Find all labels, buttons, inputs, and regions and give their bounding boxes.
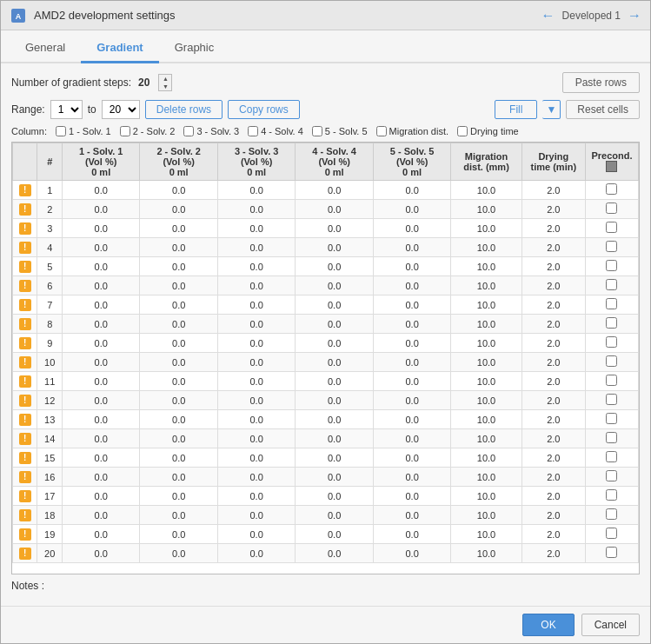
range-from-select[interactable]: 1 xyxy=(50,100,83,119)
tab-gradient[interactable]: Gradient xyxy=(81,34,158,63)
precond-checkbox-11[interactable] xyxy=(606,394,617,405)
cell-s2-10[interactable]: 0.0 xyxy=(140,372,217,391)
cell-dry-17[interactable]: 2.0 xyxy=(521,506,585,525)
col-checkbox-solv1[interactable] xyxy=(56,126,66,136)
cell-dry-2[interactable]: 2.0 xyxy=(521,219,585,238)
cell-s3-12[interactable]: 0.0 xyxy=(217,410,295,429)
cell-s3-7[interactable]: 0.0 xyxy=(217,315,295,334)
cell-dry-4[interactable]: 2.0 xyxy=(521,257,585,276)
cell-mig-3[interactable]: 10.0 xyxy=(451,238,521,257)
cell-mig-12[interactable]: 10.0 xyxy=(451,410,521,429)
cell-s4-12[interactable]: 0.0 xyxy=(296,410,373,429)
cell-s1-5[interactable]: 0.0 xyxy=(62,276,139,295)
tab-graphic[interactable]: Graphic xyxy=(159,34,230,63)
precond-checkbox-17[interactable] xyxy=(606,508,617,520)
cell-s4-9[interactable]: 0.0 xyxy=(296,353,373,372)
steps-up-arrow[interactable]: ▲ xyxy=(159,75,171,83)
cell-s3-13[interactable]: 0.0 xyxy=(217,429,295,448)
cell-dry-6[interactable]: 2.0 xyxy=(521,295,585,315)
cell-dry-3[interactable]: 2.0 xyxy=(521,238,585,257)
cell-s1-7[interactable]: 0.0 xyxy=(62,315,139,334)
cell-mig-11[interactable]: 10.0 xyxy=(451,391,521,410)
cell-mig-17[interactable]: 10.0 xyxy=(451,506,521,525)
col-checkbox-solv4[interactable] xyxy=(248,126,258,136)
cell-s5-7[interactable]: 0.0 xyxy=(373,315,450,334)
cell-s5-0[interactable]: 0.0 xyxy=(373,181,450,200)
cell-s3-10[interactable]: 0.0 xyxy=(217,372,295,391)
cell-s1-11[interactable]: 0.0 xyxy=(62,391,139,410)
cell-s5-8[interactable]: 0.0 xyxy=(373,334,450,353)
cell-s1-2[interactable]: 0.0 xyxy=(62,219,139,238)
precond-checkbox-14[interactable] xyxy=(606,451,617,462)
cell-s5-9[interactable]: 0.0 xyxy=(373,353,450,372)
cell-s1-1[interactable]: 0.0 xyxy=(62,200,139,219)
cell-s2-4[interactable]: 0.0 xyxy=(140,257,217,276)
cell-s5-1[interactable]: 0.0 xyxy=(373,200,450,219)
col-checkbox-drying[interactable] xyxy=(457,126,468,136)
precond-checkbox-8[interactable] xyxy=(606,336,617,348)
cell-mig-18[interactable]: 10.0 xyxy=(451,525,521,544)
precond-checkbox-19[interactable] xyxy=(606,547,617,558)
cell-mig-19[interactable]: 10.0 xyxy=(451,544,521,563)
cell-s1-10[interactable]: 0.0 xyxy=(62,372,139,391)
cell-s4-19[interactable]: 0.0 xyxy=(296,544,373,563)
cell-s5-11[interactable]: 0.0 xyxy=(373,391,450,410)
cell-mig-1[interactable]: 10.0 xyxy=(451,200,521,219)
cell-dry-0[interactable]: 2.0 xyxy=(521,181,585,200)
cell-mig-16[interactable]: 10.0 xyxy=(451,487,521,506)
cell-s3-14[interactable]: 0.0 xyxy=(217,448,295,468)
cell-s1-17[interactable]: 0.0 xyxy=(62,506,139,525)
precond-header-checkbox[interactable] xyxy=(606,161,617,172)
cell-s1-18[interactable]: 0.0 xyxy=(62,525,139,544)
cell-s2-8[interactable]: 0.0 xyxy=(140,334,217,353)
range-to-select[interactable]: 20 xyxy=(102,100,140,119)
cell-s2-19[interactable]: 0.0 xyxy=(140,544,217,563)
cell-s4-15[interactable]: 0.0 xyxy=(296,468,373,487)
cell-s3-6[interactable]: 0.0 xyxy=(217,295,295,315)
cell-dry-7[interactable]: 2.0 xyxy=(521,315,585,334)
cell-mig-0[interactable]: 10.0 xyxy=(451,181,521,200)
cell-s1-8[interactable]: 0.0 xyxy=(62,334,139,353)
cell-s4-16[interactable]: 0.0 xyxy=(296,487,373,506)
cell-mig-13[interactable]: 10.0 xyxy=(451,429,521,448)
cell-mig-5[interactable]: 10.0 xyxy=(451,276,521,295)
cell-s3-1[interactable]: 0.0 xyxy=(217,200,295,219)
cell-s4-14[interactable]: 0.0 xyxy=(296,448,373,468)
cell-s4-6[interactable]: 0.0 xyxy=(296,295,373,315)
cell-s4-8[interactable]: 0.0 xyxy=(296,334,373,353)
cell-s2-3[interactable]: 0.0 xyxy=(140,238,217,257)
cell-s5-18[interactable]: 0.0 xyxy=(373,525,450,544)
cell-s1-15[interactable]: 0.0 xyxy=(62,468,139,487)
cell-s5-17[interactable]: 0.0 xyxy=(373,506,450,525)
col-checkbox-solv3[interactable] xyxy=(183,126,194,136)
cell-dry-15[interactable]: 2.0 xyxy=(521,468,585,487)
cell-s5-10[interactable]: 0.0 xyxy=(373,372,450,391)
cell-dry-16[interactable]: 2.0 xyxy=(521,487,585,506)
cancel-button[interactable]: Cancel xyxy=(581,614,640,636)
ok-button[interactable]: OK xyxy=(522,614,574,636)
cell-s3-9[interactable]: 0.0 xyxy=(217,353,295,372)
precond-checkbox-9[interactable] xyxy=(606,355,617,367)
cell-s5-4[interactable]: 0.0 xyxy=(373,257,450,276)
col-checkbox-solv2[interactable] xyxy=(120,126,130,136)
precond-checkbox-5[interactable] xyxy=(606,279,617,290)
cell-s3-18[interactable]: 0.0 xyxy=(217,525,295,544)
cell-s1-16[interactable]: 0.0 xyxy=(62,487,139,506)
cell-s2-2[interactable]: 0.0 xyxy=(140,219,217,238)
cell-s4-4[interactable]: 0.0 xyxy=(296,257,373,276)
cell-s5-3[interactable]: 0.0 xyxy=(373,238,450,257)
cell-s1-4[interactable]: 0.0 xyxy=(62,257,139,276)
cell-dry-1[interactable]: 2.0 xyxy=(521,200,585,219)
col-checkbox-migration[interactable] xyxy=(376,126,387,136)
cell-s2-13[interactable]: 0.0 xyxy=(140,429,217,448)
cell-dry-13[interactable]: 2.0 xyxy=(521,429,585,448)
cell-s2-15[interactable]: 0.0 xyxy=(140,468,217,487)
cell-dry-11[interactable]: 2.0 xyxy=(521,391,585,410)
cell-s2-18[interactable]: 0.0 xyxy=(140,525,217,544)
cell-mig-10[interactable]: 10.0 xyxy=(451,372,521,391)
cell-s1-13[interactable]: 0.0 xyxy=(62,429,139,448)
reset-cells-button[interactable]: Reset cells xyxy=(566,100,640,119)
cell-s4-2[interactable]: 0.0 xyxy=(296,219,373,238)
cell-dry-9[interactable]: 2.0 xyxy=(521,353,585,372)
precond-checkbox-15[interactable] xyxy=(606,470,617,481)
